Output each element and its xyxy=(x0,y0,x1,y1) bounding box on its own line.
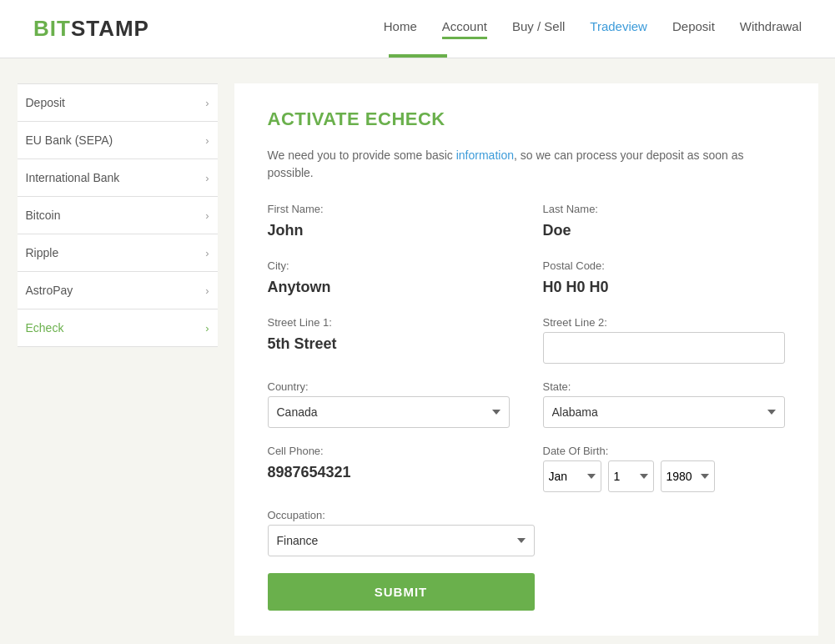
street2-group: Street Line 2: xyxy=(543,316,785,364)
country-label: Country: xyxy=(268,380,510,393)
country-state-row: Country: Canada United States United Kin… xyxy=(268,380,785,428)
street-row: Street Line 1: 5th Street Street Line 2: xyxy=(268,316,785,364)
phone-label: Cell Phone: xyxy=(268,445,510,457)
sidebar-item-echeck[interactable]: Echeck › xyxy=(18,309,218,347)
first-name-group: First Name: John xyxy=(268,203,510,243)
chevron-right-icon: › xyxy=(205,209,209,222)
sidebar-item-eu-bank[interactable]: EU Bank (SEPA) › xyxy=(18,122,218,159)
first-name-value: John xyxy=(268,219,510,243)
navigation: Home Account Buy / Sell Tradeview Deposi… xyxy=(384,19,802,39)
dob-label: Date Of Birth: xyxy=(543,445,785,457)
city-value: Anytown xyxy=(268,275,510,299)
dob-month-select[interactable]: JanFebMar AprMayJun JulAugSep OctNovDec xyxy=(543,460,601,492)
sidebar-item-bitcoin-label: Bitcoin xyxy=(26,209,61,222)
dob-day-select[interactable]: 1234 51015202531 xyxy=(608,460,654,492)
nav-buysell[interactable]: Buy / Sell xyxy=(512,19,565,39)
sidebar-item-ripple[interactable]: Ripple › xyxy=(18,234,218,272)
street2-input[interactable] xyxy=(543,332,785,364)
logo-bit: BIT xyxy=(33,16,71,41)
chevron-right-icon: › xyxy=(205,134,209,147)
sidebar-item-bitcoin[interactable]: Bitcoin › xyxy=(18,197,218,234)
submit-button[interactable]: SUBMIT xyxy=(268,573,535,611)
phone-value: 8987654321 xyxy=(268,460,510,485)
phone-group: Cell Phone: 8987654321 xyxy=(268,445,510,492)
occupation-label: Occupation: xyxy=(268,509,535,521)
country-select[interactable]: Canada United States United Kingdom xyxy=(268,396,510,428)
dob-group: Date Of Birth: JanFebMar AprMayJun JulAu… xyxy=(543,445,785,492)
dob-selects: JanFebMar AprMayJun JulAugSep OctNovDec … xyxy=(543,460,785,492)
occupation-group: Occupation: Finance Technology Healthcar… xyxy=(268,509,535,556)
dob-year-select[interactable]: 1980198119902000 xyxy=(661,460,715,492)
chevron-right-icon: › xyxy=(205,247,209,259)
header: BITSTAMP Home Account Buy / Sell Tradevi… xyxy=(0,0,835,58)
postal-code-label: Postal Code: xyxy=(543,259,785,272)
state-select[interactable]: Alabama Alaska Arizona California xyxy=(543,396,785,428)
last-name-group: Last Name: Doe xyxy=(543,203,785,243)
postal-code-value: H0 H0 H0 xyxy=(543,275,785,299)
country-group: Country: Canada United States United Kin… xyxy=(268,380,510,428)
nav-deposit[interactable]: Deposit xyxy=(672,19,715,39)
page-title: ACTIVATE ECHECK xyxy=(268,108,785,130)
logo-stamp: STAMP xyxy=(71,16,149,41)
nav-withdrawal[interactable]: Withdrawal xyxy=(740,19,802,39)
state-group: State: Alabama Alaska Arizona California xyxy=(543,380,785,428)
street1-value: 5th Street xyxy=(268,332,510,356)
logo: BITSTAMP xyxy=(33,16,149,42)
city-group: City: Anytown xyxy=(268,259,510,299)
sidebar-item-deposit[interactable]: Deposit › xyxy=(18,83,218,122)
sidebar-item-eu-bank-label: EU Bank (SEPA) xyxy=(26,133,113,147)
city-label: City: xyxy=(268,259,510,272)
state-label: State: xyxy=(543,380,785,393)
sidebar: Deposit › EU Bank (SEPA) › International… xyxy=(18,83,218,636)
occupation-row: Occupation: Finance Technology Healthcar… xyxy=(268,509,785,556)
postal-code-group: Postal Code: H0 H0 H0 xyxy=(543,259,785,299)
chevron-right-icon: › xyxy=(205,97,209,109)
sidebar-item-international-bank[interactable]: International Bank › xyxy=(18,159,218,197)
last-name-value: Doe xyxy=(543,219,785,243)
sidebar-item-astropay-label: AstroPay xyxy=(26,284,73,297)
name-row: First Name: John Last Name: Doe xyxy=(268,203,785,243)
last-name-label: Last Name: xyxy=(543,203,785,215)
intro-text: We need you to provide some basic inform… xyxy=(268,147,785,182)
city-postal-row: City: Anytown Postal Code: H0 H0 H0 xyxy=(268,259,785,299)
intro-link[interactable]: information xyxy=(456,148,514,162)
street1-group: Street Line 1: 5th Street xyxy=(268,316,510,364)
chevron-right-icon: › xyxy=(205,284,209,297)
nav-tradeview[interactable]: Tradeview xyxy=(590,19,647,39)
first-name-label: First Name: xyxy=(268,203,510,215)
occupation-select[interactable]: Finance Technology Healthcare Other xyxy=(268,525,535,556)
sidebar-item-echeck-label: Echeck xyxy=(26,321,64,335)
header-underline xyxy=(389,54,447,58)
street1-label: Street Line 1: xyxy=(268,316,510,329)
sidebar-item-ripple-label: Ripple xyxy=(26,246,59,259)
sidebar-item-deposit-label: Deposit xyxy=(26,96,65,109)
street2-label: Street Line 2: xyxy=(543,316,785,329)
nav-home[interactable]: Home xyxy=(384,19,417,39)
content-panel: ACTIVATE ECHECK We need you to provide s… xyxy=(234,83,818,636)
chevron-right-icon: › xyxy=(205,172,209,184)
sidebar-item-international-bank-label: International Bank xyxy=(26,171,120,184)
nav-account[interactable]: Account xyxy=(442,19,487,39)
chevron-right-icon-active: › xyxy=(205,322,209,335)
phone-dob-row: Cell Phone: 8987654321 Date Of Birth: Ja… xyxy=(268,445,785,492)
sidebar-item-astropay[interactable]: AstroPay › xyxy=(18,272,218,309)
main-container: Deposit › EU Bank (SEPA) › International… xyxy=(1,83,835,636)
